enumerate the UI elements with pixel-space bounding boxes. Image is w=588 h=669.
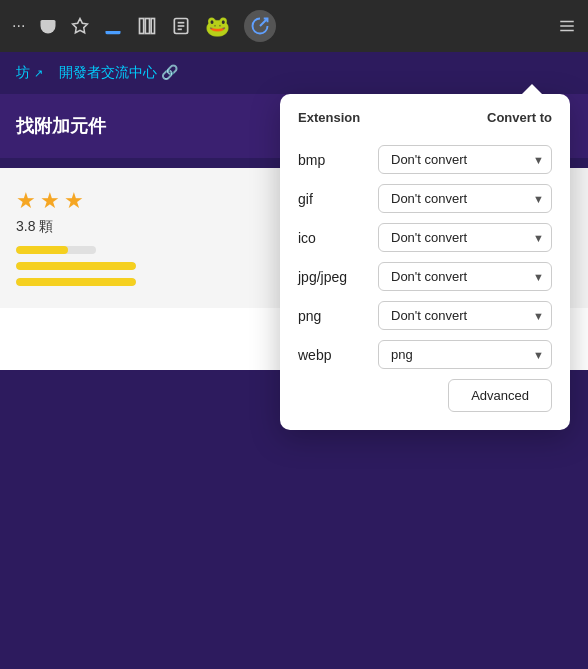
- ext-label-jpg: jpg/jpeg: [298, 269, 368, 285]
- page-body-text: 找附加元件: [16, 116, 106, 136]
- select-wrapper-png: Don't convert jpg gif bmp webp ico ▼: [378, 301, 552, 330]
- popup-col-extension: Extension: [298, 110, 360, 125]
- ext-label-ico: ico: [298, 230, 368, 246]
- popup-col-convert: Convert to: [487, 110, 552, 125]
- advanced-row: Advanced: [298, 379, 552, 412]
- ext-label-bmp: bmp: [298, 152, 368, 168]
- select-wrapper-gif: Don't convert png jpg bmp webp ico ▼: [378, 184, 552, 213]
- download-icon[interactable]: [103, 16, 123, 36]
- progress-fill-1: [16, 246, 68, 254]
- progress-track-1: [16, 246, 96, 254]
- frog-icon[interactable]: 🐸: [205, 14, 230, 38]
- popup-row-jpg: jpg/jpeg Don't convert png gif bmp webp …: [298, 262, 552, 291]
- popup-row-png: png Don't convert jpg gif bmp webp ico ▼: [298, 301, 552, 330]
- extension-popup: Extension Convert to bmp Don't convert p…: [280, 94, 570, 430]
- popup-row-gif: gif Don't convert png jpg bmp webp ico ▼: [298, 184, 552, 213]
- reader-icon[interactable]: [171, 16, 191, 36]
- select-wrapper-ico: Don't convert png jpg gif bmp webp ▼: [378, 223, 552, 252]
- page-nav: 坊 ↗ 開發者交流中心 🔗: [0, 52, 588, 94]
- more-icon[interactable]: ···: [12, 17, 25, 35]
- popup-header: Extension Convert to: [298, 110, 552, 131]
- svg-rect-1: [140, 19, 144, 34]
- progress-track-3: [16, 278, 136, 286]
- extension-active-icon[interactable]: [244, 10, 276, 42]
- pocket-icon[interactable]: [39, 17, 57, 35]
- select-wrapper-jpg: Don't convert png gif bmp webp ico ▼: [378, 262, 552, 291]
- select-wrapper-bmp: Don't convert png jpg gif webp ico ▼: [378, 145, 552, 174]
- select-webp[interactable]: Don't convert png jpg gif bmp ico: [378, 340, 552, 369]
- browser-toolbar: ··· 🐸: [0, 0, 588, 52]
- svg-rect-2: [146, 19, 150, 34]
- select-bmp[interactable]: Don't convert png jpg gif webp ico: [378, 145, 552, 174]
- star-3: ★: [64, 188, 84, 214]
- select-png[interactable]: Don't convert jpg gif bmp webp ico: [378, 301, 552, 330]
- select-jpg[interactable]: Don't convert png gif bmp webp ico: [378, 262, 552, 291]
- ext-label-gif: gif: [298, 191, 368, 207]
- select-ico[interactable]: Don't convert png jpg gif bmp webp: [378, 223, 552, 252]
- popup-row-ico: ico Don't convert png jpg gif bmp webp ▼: [298, 223, 552, 252]
- nav-item-1: 坊 ↗: [16, 64, 43, 82]
- progress-fill-2: [16, 262, 136, 270]
- progress-track-2: [16, 262, 136, 270]
- menu-icon[interactable]: [558, 17, 576, 35]
- star-2: ★: [40, 188, 60, 214]
- ext-label-webp: webp: [298, 347, 368, 363]
- advanced-button[interactable]: Advanced: [448, 379, 552, 412]
- star-1: ★: [16, 188, 36, 214]
- popup-row-bmp: bmp Don't convert png jpg gif webp ico ▼: [298, 145, 552, 174]
- select-gif[interactable]: Don't convert png jpg bmp webp ico: [378, 184, 552, 213]
- svg-rect-3: [152, 19, 155, 34]
- progress-fill-3: [16, 278, 136, 286]
- svg-marker-0: [73, 19, 88, 33]
- library-icon[interactable]: [137, 16, 157, 36]
- popup-row-webp: webp Don't convert png jpg gif bmp ico ▼: [298, 340, 552, 369]
- ext-label-png: png: [298, 308, 368, 324]
- svg-line-8: [260, 19, 268, 27]
- star-icon[interactable]: [71, 17, 89, 35]
- select-wrapper-webp: Don't convert png jpg gif bmp ico ▼: [378, 340, 552, 369]
- nav-item-2: 開發者交流中心 🔗: [59, 64, 178, 82]
